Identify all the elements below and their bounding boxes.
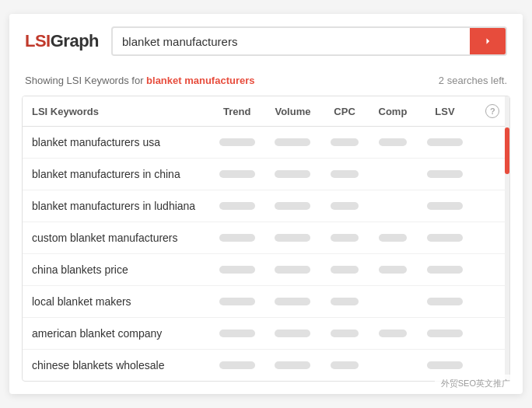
keyword-cell: local blanket makers: [23, 286, 209, 318]
cpc-cell: [320, 286, 368, 318]
table-body: blanket manufacturers usa blanket manufa…: [23, 127, 509, 382]
comp-pill: [379, 138, 407, 146]
trend-cell: [209, 222, 265, 254]
logo-graph: Graph: [51, 31, 99, 51]
table-header: LSI Keywords Trend Volume CPC Comp LSV ?: [23, 96, 509, 127]
col-volume: Volume: [265, 96, 321, 127]
lsv-pill: [427, 138, 463, 146]
cpc-cell: [320, 318, 368, 350]
cpc-pill: [331, 266, 359, 274]
comp-cell: [369, 286, 417, 318]
keyword-cell: custom blanket manufacturers: [23, 222, 209, 254]
trend-cell: [209, 254, 265, 286]
cpc-pill: [331, 202, 359, 210]
keyword-cell: blanket manufacturers in ludhiana: [23, 190, 209, 222]
cpc-pill: [331, 170, 359, 178]
volume-cell: [265, 222, 321, 254]
search-arrow-icon: [481, 34, 495, 48]
comp-pill: [379, 234, 407, 242]
trend-pill: [219, 361, 255, 369]
lsv-cell: [417, 254, 473, 286]
trend-pill: [219, 138, 255, 146]
search-button[interactable]: [470, 28, 506, 54]
cpc-cell: [320, 190, 368, 222]
col-cpc: CPC: [320, 96, 368, 127]
volume-pill: [275, 234, 310, 242]
lsv-pill: [427, 298, 463, 305]
lsv-pill: [427, 234, 463, 242]
trend-pill: [219, 170, 255, 178]
volume-pill: [275, 170, 310, 178]
trend-cell: [209, 318, 265, 350]
volume-pill: [275, 361, 310, 369]
scrollbar[interactable]: [505, 96, 509, 381]
table-row: chinese blankets wholesale: [23, 350, 509, 382]
lsv-pill: [427, 361, 463, 369]
comp-cell: [369, 222, 417, 254]
results-table: LSI Keywords Trend Volume CPC Comp LSV ?…: [23, 96, 509, 381]
logo: LSIGraph: [25, 31, 99, 51]
volume-pill: [275, 202, 310, 210]
searches-left: 2 searches left.: [439, 75, 507, 86]
keyword-cell: china blankets price: [23, 254, 209, 286]
volume-cell: [265, 286, 321, 318]
lsv-cell: [417, 127, 473, 159]
volume-cell: [265, 127, 321, 159]
cpc-pill: [331, 361, 359, 369]
table-row: china blankets price: [23, 254, 509, 286]
subtitle-keyword: blanket manufacturers: [146, 75, 254, 86]
trend-pill: [219, 266, 255, 274]
volume-pill: [275, 138, 310, 146]
comp-cell: [369, 127, 417, 159]
cpc-pill: [331, 330, 359, 337]
comp-cell: [369, 318, 417, 350]
cpc-cell: [320, 350, 368, 382]
search-bar: [111, 26, 507, 56]
trend-cell: [209, 190, 265, 222]
cpc-pill: [331, 138, 359, 146]
lsv-cell: [417, 350, 473, 382]
lsv-pill: [427, 266, 463, 274]
table-row: blanket manufacturers in china: [23, 159, 509, 190]
volume-cell: [265, 350, 321, 382]
volume-pill: [275, 330, 310, 337]
lsv-cell: [417, 318, 473, 350]
lsv-pill: [427, 202, 463, 210]
col-trend: Trend: [209, 96, 265, 127]
col-help: ?: [473, 96, 509, 127]
lsv-pill: [427, 330, 463, 337]
volume-cell: [265, 159, 321, 190]
header: LSIGraph: [9, 14, 523, 68]
scrollbar-thumb[interactable]: [505, 127, 509, 174]
logo-lsi: LSI: [25, 31, 51, 51]
cpc-cell: [320, 127, 368, 159]
cpc-pill: [331, 298, 359, 305]
lsv-cell: [417, 190, 473, 222]
trend-pill: [219, 298, 255, 305]
trend-pill: [219, 330, 255, 337]
cpc-cell: [320, 222, 368, 254]
comp-cell: [369, 350, 417, 382]
lsv-cell: [417, 286, 473, 318]
trend-cell: [209, 159, 265, 190]
search-input[interactable]: [113, 29, 470, 54]
keyword-cell: blanket manufacturers in china: [23, 159, 209, 190]
subtitle-prefix: Showing LSI Keywords for: [25, 75, 146, 86]
table-row: american blanket company: [23, 318, 509, 350]
comp-pill: [379, 266, 407, 274]
cpc-cell: [320, 159, 368, 190]
volume-pill: [275, 298, 310, 305]
trend-pill: [219, 202, 255, 210]
comp-cell: [369, 254, 417, 286]
comp-cell: [369, 190, 417, 222]
lsv-cell: [417, 222, 473, 254]
results-table-container: LSI Keywords Trend Volume CPC Comp LSV ?…: [22, 96, 510, 382]
help-icon[interactable]: ?: [485, 104, 499, 118]
trend-cell: [209, 286, 265, 318]
volume-cell: [265, 318, 321, 350]
keyword-cell: chinese blankets wholesale: [23, 350, 209, 382]
lsv-cell: [417, 159, 473, 190]
lsv-pill: [427, 170, 463, 178]
cpc-pill: [331, 234, 359, 242]
col-comp: Comp: [369, 96, 417, 127]
